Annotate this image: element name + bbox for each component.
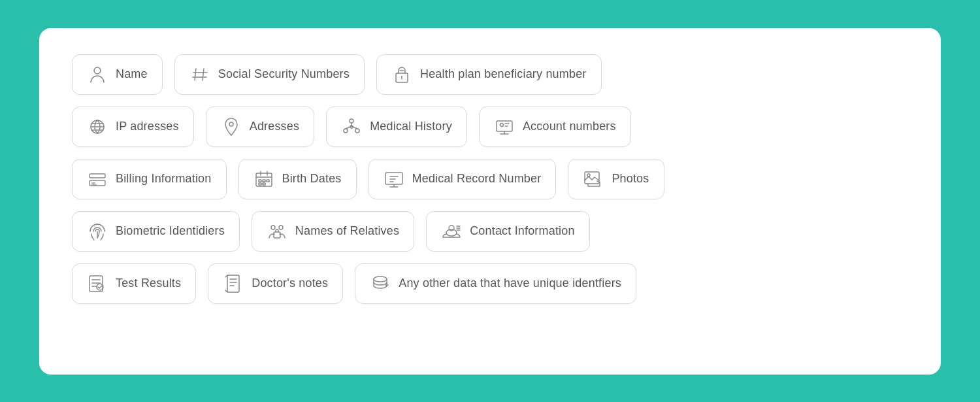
chip-unique-data[interactable]: Any other data that have unique identfie… xyxy=(355,263,636,304)
chip-doctors-notes[interactable]: Doctor's notes xyxy=(208,263,343,304)
chip-medical-history[interactable]: Medical History xyxy=(326,107,467,147)
chip-label-doctors-notes: Doctor's notes xyxy=(252,276,328,290)
hash-icon xyxy=(189,64,210,85)
svg-rect-48 xyxy=(274,232,280,238)
globe-icon xyxy=(87,116,108,137)
svg-point-50 xyxy=(449,226,454,231)
chip-label-contact: Contact Information xyxy=(470,224,575,238)
chip-name[interactable]: Name xyxy=(72,54,163,95)
chip-label-birth-dates: Birth Dates xyxy=(282,172,342,186)
network-people-icon xyxy=(341,116,362,137)
chip-photos[interactable]: Photos xyxy=(568,159,664,199)
svg-rect-36 xyxy=(259,183,261,185)
chip-row-0: NameSocial Security NumbersHealth plan b… xyxy=(72,54,908,95)
chip-health-plan[interactable]: Health plan beneficiary number xyxy=(376,54,602,95)
svg-point-12 xyxy=(350,119,353,123)
billing-icon xyxy=(87,169,108,190)
svg-point-0 xyxy=(94,67,101,74)
family-icon xyxy=(267,221,287,242)
chip-label-ssn: Social Security Numbers xyxy=(218,67,350,81)
svg-rect-37 xyxy=(263,183,265,185)
svg-rect-34 xyxy=(263,180,265,182)
svg-rect-56 xyxy=(227,275,239,292)
chip-label-medical-history: Medical History xyxy=(370,120,452,133)
svg-point-47 xyxy=(279,226,283,229)
test-results-icon xyxy=(87,273,108,294)
chip-grid: NameSocial Security NumbersHealth plan b… xyxy=(72,54,908,304)
chip-medical-record[interactable]: Medical Record Number xyxy=(368,159,557,199)
chip-billing[interactable]: Billing Information xyxy=(72,159,227,199)
svg-point-13 xyxy=(344,129,348,133)
calendar-icon xyxy=(253,169,274,190)
fingerprint-icon xyxy=(87,221,108,242)
chip-row-2: Billing InformationBirth DatesMedical Re… xyxy=(72,159,908,199)
svg-point-7 xyxy=(401,76,402,77)
chip-label-relatives: Names of Relatives xyxy=(295,224,399,238)
chip-biometric[interactable]: Biometric Identidiers xyxy=(72,211,240,252)
chip-addresses[interactable]: Adresses xyxy=(206,107,314,147)
chip-label-name: Name xyxy=(116,67,148,81)
svg-point-45 xyxy=(587,174,590,176)
svg-rect-33 xyxy=(259,180,261,182)
chip-test-results[interactable]: Test Results xyxy=(72,263,196,304)
chip-label-test-results: Test Results xyxy=(116,276,181,290)
svg-point-14 xyxy=(355,129,359,133)
person-icon xyxy=(87,64,108,85)
chip-ssn[interactable]: Social Security Numbers xyxy=(174,54,365,95)
svg-point-62 xyxy=(374,276,387,282)
chip-birth-dates[interactable]: Birth Dates xyxy=(238,159,357,199)
chip-label-billing: Billing Information xyxy=(116,172,212,186)
database-icon xyxy=(370,273,391,294)
svg-point-18 xyxy=(350,126,353,128)
contact-icon xyxy=(441,221,462,242)
chip-row-4: Test ResultsDoctor's notesAny other data… xyxy=(72,263,908,304)
chip-label-medical-record: Medical Record Number xyxy=(412,172,542,186)
svg-point-46 xyxy=(271,226,275,229)
main-card: NameSocial Security NumbersHealth plan b… xyxy=(39,28,941,375)
chip-label-account-numbers: Account numbers xyxy=(523,120,616,133)
photo-icon xyxy=(583,169,604,190)
chip-label-unique-data: Any other data that have unique identfie… xyxy=(399,276,621,290)
svg-point-11 xyxy=(229,122,233,126)
svg-line-2 xyxy=(203,69,204,80)
svg-rect-38 xyxy=(385,173,402,184)
location-icon xyxy=(221,116,242,137)
chip-contact[interactable]: Contact Information xyxy=(426,211,590,252)
chip-label-ip: IP adresses xyxy=(116,120,179,133)
chip-label-health-plan: Health plan beneficiary number xyxy=(420,67,587,81)
svg-rect-19 xyxy=(497,121,512,131)
chip-label-photos: Photos xyxy=(612,172,649,186)
svg-rect-35 xyxy=(267,180,269,182)
chip-relatives[interactable]: Names of Relatives xyxy=(252,211,414,252)
chip-row-3: Biometric IdentidiersNames of RelativesC… xyxy=(72,211,908,252)
medical-lock-icon xyxy=(391,64,412,85)
monitor-doc-icon xyxy=(384,169,404,190)
chip-account-numbers[interactable]: Account numbers xyxy=(479,107,631,147)
svg-point-22 xyxy=(500,123,503,126)
svg-line-1 xyxy=(195,69,196,80)
chip-label-biometric: Biometric Identidiers xyxy=(116,224,225,238)
chip-row-1: IP adressesAdressesMedical HistoryAccoun… xyxy=(72,107,908,147)
computer-id-icon xyxy=(494,116,515,137)
chip-ip[interactable]: IP adresses xyxy=(72,107,194,147)
notes-icon xyxy=(223,273,244,294)
svg-rect-25 xyxy=(90,174,105,178)
chip-label-addresses: Adresses xyxy=(250,120,299,133)
